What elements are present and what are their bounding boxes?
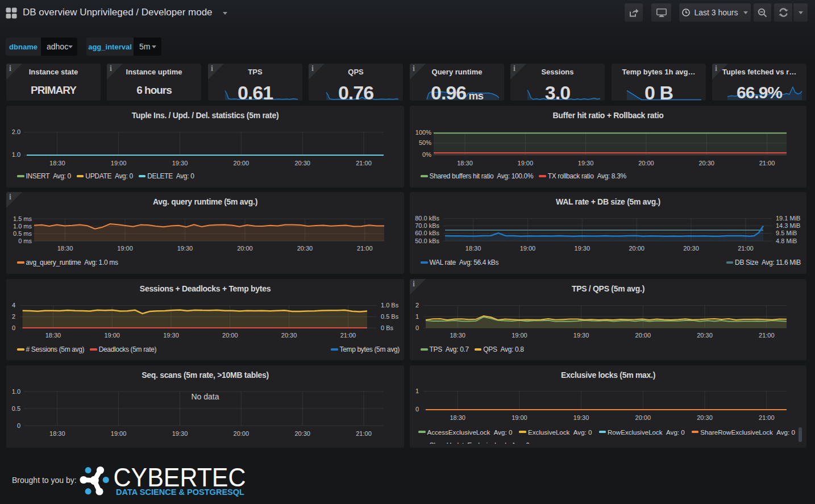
svg-text:DATA SCIENCE & POSTGRESQL: DATA SCIENCE & POSTGRESQL xyxy=(116,488,244,497)
